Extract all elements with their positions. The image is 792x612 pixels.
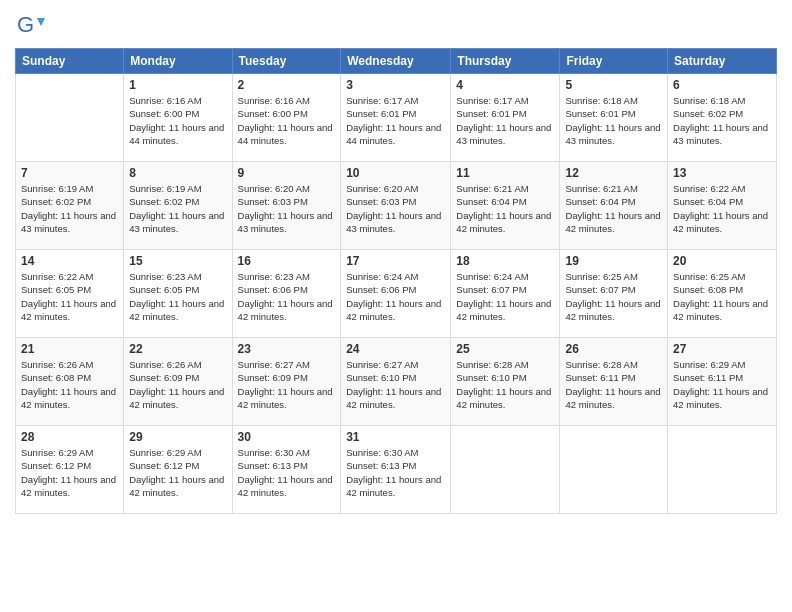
day-info: Sunrise: 6:27 AM Sunset: 6:09 PM Dayligh… bbox=[238, 358, 336, 411]
calendar-day-cell: 20Sunrise: 6:25 AM Sunset: 6:08 PM Dayli… bbox=[668, 250, 777, 338]
svg-marker-1 bbox=[37, 18, 45, 26]
day-number: 30 bbox=[238, 430, 336, 444]
day-number: 31 bbox=[346, 430, 445, 444]
calendar-day-cell: 11Sunrise: 6:21 AM Sunset: 6:04 PM Dayli… bbox=[451, 162, 560, 250]
day-info: Sunrise: 6:30 AM Sunset: 6:13 PM Dayligh… bbox=[346, 446, 445, 499]
day-info: Sunrise: 6:21 AM Sunset: 6:04 PM Dayligh… bbox=[565, 182, 662, 235]
day-number: 16 bbox=[238, 254, 336, 268]
day-number: 21 bbox=[21, 342, 118, 356]
day-info: Sunrise: 6:16 AM Sunset: 6:00 PM Dayligh… bbox=[238, 94, 336, 147]
day-number: 18 bbox=[456, 254, 554, 268]
day-number: 26 bbox=[565, 342, 662, 356]
calendar-day-cell: 15Sunrise: 6:23 AM Sunset: 6:05 PM Dayli… bbox=[124, 250, 232, 338]
day-info: Sunrise: 6:26 AM Sunset: 6:09 PM Dayligh… bbox=[129, 358, 226, 411]
calendar-day-cell: 19Sunrise: 6:25 AM Sunset: 6:07 PM Dayli… bbox=[560, 250, 668, 338]
calendar-day-cell: 5Sunrise: 6:18 AM Sunset: 6:01 PM Daylig… bbox=[560, 74, 668, 162]
day-info: Sunrise: 6:22 AM Sunset: 6:05 PM Dayligh… bbox=[21, 270, 118, 323]
day-info: Sunrise: 6:29 AM Sunset: 6:12 PM Dayligh… bbox=[21, 446, 118, 499]
day-number: 2 bbox=[238, 78, 336, 92]
calendar-day-header: Sunday bbox=[16, 49, 124, 74]
day-info: Sunrise: 6:29 AM Sunset: 6:11 PM Dayligh… bbox=[673, 358, 771, 411]
day-info: Sunrise: 6:23 AM Sunset: 6:05 PM Dayligh… bbox=[129, 270, 226, 323]
calendar-day-cell: 31Sunrise: 6:30 AM Sunset: 6:13 PM Dayli… bbox=[341, 426, 451, 514]
day-info: Sunrise: 6:30 AM Sunset: 6:13 PM Dayligh… bbox=[238, 446, 336, 499]
day-info: Sunrise: 6:16 AM Sunset: 6:00 PM Dayligh… bbox=[129, 94, 226, 147]
day-number: 1 bbox=[129, 78, 226, 92]
day-number: 4 bbox=[456, 78, 554, 92]
calendar-day-cell: 28Sunrise: 6:29 AM Sunset: 6:12 PM Dayli… bbox=[16, 426, 124, 514]
calendar-day-cell: 6Sunrise: 6:18 AM Sunset: 6:02 PM Daylig… bbox=[668, 74, 777, 162]
day-number: 5 bbox=[565, 78, 662, 92]
day-info: Sunrise: 6:24 AM Sunset: 6:07 PM Dayligh… bbox=[456, 270, 554, 323]
calendar-day-cell: 9Sunrise: 6:20 AM Sunset: 6:03 PM Daylig… bbox=[232, 162, 341, 250]
day-info: Sunrise: 6:25 AM Sunset: 6:07 PM Dayligh… bbox=[565, 270, 662, 323]
calendar-day-cell: 29Sunrise: 6:29 AM Sunset: 6:12 PM Dayli… bbox=[124, 426, 232, 514]
calendar-day-cell: 1Sunrise: 6:16 AM Sunset: 6:00 PM Daylig… bbox=[124, 74, 232, 162]
calendar-week-row: 21Sunrise: 6:26 AM Sunset: 6:08 PM Dayli… bbox=[16, 338, 777, 426]
calendar-day-cell: 23Sunrise: 6:27 AM Sunset: 6:09 PM Dayli… bbox=[232, 338, 341, 426]
calendar-day-cell: 8Sunrise: 6:19 AM Sunset: 6:02 PM Daylig… bbox=[124, 162, 232, 250]
calendar-day-header: Tuesday bbox=[232, 49, 341, 74]
day-info: Sunrise: 6:18 AM Sunset: 6:02 PM Dayligh… bbox=[673, 94, 771, 147]
day-number: 28 bbox=[21, 430, 118, 444]
logo-icon: G bbox=[15, 10, 45, 40]
day-number: 19 bbox=[565, 254, 662, 268]
calendar-day-cell bbox=[668, 426, 777, 514]
calendar-day-cell: 3Sunrise: 6:17 AM Sunset: 6:01 PM Daylig… bbox=[341, 74, 451, 162]
day-number: 15 bbox=[129, 254, 226, 268]
calendar-day-cell: 25Sunrise: 6:28 AM Sunset: 6:10 PM Dayli… bbox=[451, 338, 560, 426]
logo: G bbox=[15, 10, 49, 40]
calendar-table: SundayMondayTuesdayWednesdayThursdayFrid… bbox=[15, 48, 777, 514]
day-number: 22 bbox=[129, 342, 226, 356]
calendar-day-cell bbox=[560, 426, 668, 514]
day-number: 8 bbox=[129, 166, 226, 180]
day-info: Sunrise: 6:29 AM Sunset: 6:12 PM Dayligh… bbox=[129, 446, 226, 499]
page: G SundayMondayTuesdayWednesdayThursdayFr… bbox=[0, 0, 792, 612]
calendar-week-row: 7Sunrise: 6:19 AM Sunset: 6:02 PM Daylig… bbox=[16, 162, 777, 250]
day-number: 25 bbox=[456, 342, 554, 356]
calendar-day-cell: 22Sunrise: 6:26 AM Sunset: 6:09 PM Dayli… bbox=[124, 338, 232, 426]
day-info: Sunrise: 6:19 AM Sunset: 6:02 PM Dayligh… bbox=[21, 182, 118, 235]
day-info: Sunrise: 6:22 AM Sunset: 6:04 PM Dayligh… bbox=[673, 182, 771, 235]
calendar-day-cell: 21Sunrise: 6:26 AM Sunset: 6:08 PM Dayli… bbox=[16, 338, 124, 426]
day-number: 27 bbox=[673, 342, 771, 356]
calendar-header-row: SundayMondayTuesdayWednesdayThursdayFrid… bbox=[16, 49, 777, 74]
day-number: 20 bbox=[673, 254, 771, 268]
calendar-day-cell: 12Sunrise: 6:21 AM Sunset: 6:04 PM Dayli… bbox=[560, 162, 668, 250]
day-number: 29 bbox=[129, 430, 226, 444]
calendar-day-cell: 24Sunrise: 6:27 AM Sunset: 6:10 PM Dayli… bbox=[341, 338, 451, 426]
calendar-day-cell: 2Sunrise: 6:16 AM Sunset: 6:00 PM Daylig… bbox=[232, 74, 341, 162]
day-number: 12 bbox=[565, 166, 662, 180]
day-number: 17 bbox=[346, 254, 445, 268]
day-number: 3 bbox=[346, 78, 445, 92]
day-number: 7 bbox=[21, 166, 118, 180]
day-info: Sunrise: 6:28 AM Sunset: 6:10 PM Dayligh… bbox=[456, 358, 554, 411]
calendar-day-header: Saturday bbox=[668, 49, 777, 74]
calendar-week-row: 28Sunrise: 6:29 AM Sunset: 6:12 PM Dayli… bbox=[16, 426, 777, 514]
day-number: 13 bbox=[673, 166, 771, 180]
calendar-day-cell: 14Sunrise: 6:22 AM Sunset: 6:05 PM Dayli… bbox=[16, 250, 124, 338]
calendar-day-cell: 16Sunrise: 6:23 AM Sunset: 6:06 PM Dayli… bbox=[232, 250, 341, 338]
calendar-day-cell: 30Sunrise: 6:30 AM Sunset: 6:13 PM Dayli… bbox=[232, 426, 341, 514]
calendar-week-row: 14Sunrise: 6:22 AM Sunset: 6:05 PM Dayli… bbox=[16, 250, 777, 338]
day-info: Sunrise: 6:18 AM Sunset: 6:01 PM Dayligh… bbox=[565, 94, 662, 147]
svg-text:G: G bbox=[17, 12, 34, 37]
day-number: 6 bbox=[673, 78, 771, 92]
calendar-day-cell: 10Sunrise: 6:20 AM Sunset: 6:03 PM Dayli… bbox=[341, 162, 451, 250]
day-number: 11 bbox=[456, 166, 554, 180]
day-info: Sunrise: 6:20 AM Sunset: 6:03 PM Dayligh… bbox=[346, 182, 445, 235]
day-info: Sunrise: 6:24 AM Sunset: 6:06 PM Dayligh… bbox=[346, 270, 445, 323]
calendar-day-header: Thursday bbox=[451, 49, 560, 74]
day-number: 9 bbox=[238, 166, 336, 180]
day-info: Sunrise: 6:27 AM Sunset: 6:10 PM Dayligh… bbox=[346, 358, 445, 411]
calendar-day-cell: 4Sunrise: 6:17 AM Sunset: 6:01 PM Daylig… bbox=[451, 74, 560, 162]
header: G bbox=[15, 10, 777, 40]
calendar-day-cell: 18Sunrise: 6:24 AM Sunset: 6:07 PM Dayli… bbox=[451, 250, 560, 338]
calendar-day-cell: 17Sunrise: 6:24 AM Sunset: 6:06 PM Dayli… bbox=[341, 250, 451, 338]
day-info: Sunrise: 6:17 AM Sunset: 6:01 PM Dayligh… bbox=[346, 94, 445, 147]
calendar-day-cell bbox=[16, 74, 124, 162]
day-info: Sunrise: 6:21 AM Sunset: 6:04 PM Dayligh… bbox=[456, 182, 554, 235]
day-info: Sunrise: 6:28 AM Sunset: 6:11 PM Dayligh… bbox=[565, 358, 662, 411]
calendar-week-row: 1Sunrise: 6:16 AM Sunset: 6:00 PM Daylig… bbox=[16, 74, 777, 162]
day-info: Sunrise: 6:25 AM Sunset: 6:08 PM Dayligh… bbox=[673, 270, 771, 323]
